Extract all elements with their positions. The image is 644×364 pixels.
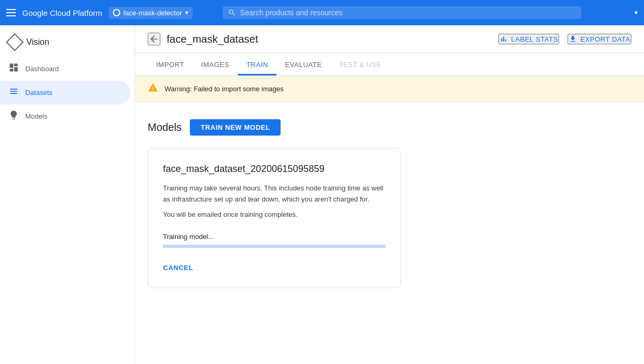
sidebar-item-models-label: Models — [25, 112, 47, 120]
warning-banner: Warning: Failed to import some images — [135, 76, 644, 102]
label-stats-label: LABEL STATS — [511, 35, 558, 43]
model-description: Training may take several hours. This in… — [163, 183, 386, 205]
sidebar-item-dashboard-label: Dashboard — [25, 65, 59, 73]
main-content: face_mask_dataset LABEL STATS EXPORT DAT… — [135, 25, 644, 364]
sidebar-app-header: Vision — [0, 30, 134, 57]
models-icon — [8, 110, 19, 123]
sidebar-item-datasets[interactable]: Datasets — [0, 81, 130, 104]
model-email-note: You will be emailed once training comple… — [163, 209, 386, 221]
datasets-icon — [8, 86, 19, 99]
bar-chart-icon — [499, 35, 508, 43]
brand-logo: Google Cloud Platform — [22, 8, 102, 17]
search-bar[interactable] — [223, 6, 581, 19]
sidebar-app-name: Vision — [26, 37, 49, 47]
top-nav-right: ▾ — [635, 9, 638, 16]
page-title: face_mask_dataset — [167, 33, 492, 45]
tab-images[interactable]: IMAGES — [193, 53, 238, 75]
train-new-model-button[interactable]: TRAIN NEW MODEL — [190, 119, 281, 136]
dashboard-icon — [8, 62, 19, 75]
chevron-down-icon: ▾ — [185, 9, 188, 16]
warning-icon — [148, 82, 158, 95]
search-input[interactable] — [240, 8, 576, 17]
export-data-button[interactable]: EXPORT DATA — [568, 34, 631, 44]
cancel-button[interactable]: CANCEL — [163, 261, 193, 275]
progress-bar-track — [163, 245, 386, 248]
tabs-bar: IMPORT IMAGES TRAIN EVALUATE TEST & USE — [135, 53, 644, 76]
project-selector[interactable]: face-mask-detector ▾ — [109, 7, 193, 19]
page-header: face_mask_dataset LABEL STATS EXPORT DAT… — [135, 25, 644, 53]
progress-bar — [163, 245, 386, 248]
training-status-label: Training model... — [163, 233, 386, 241]
tab-test-use: TEST & USE — [330, 53, 390, 75]
section-title: Models — [148, 121, 181, 133]
search-icon — [228, 8, 236, 17]
label-stats-button[interactable]: LABEL STATS — [498, 34, 559, 44]
sidebar-item-models[interactable]: Models — [0, 104, 130, 128]
sidebar-item-dashboard[interactable]: Dashboard — [0, 57, 130, 81]
menu-icon[interactable] — [6, 9, 16, 16]
vision-logo-icon — [6, 33, 24, 51]
project-icon — [113, 9, 120, 16]
content-area: Models TRAIN NEW MODEL face_mask_dataset… — [135, 102, 644, 305]
top-navigation: Google Cloud Platform face-mask-detector… — [0, 0, 644, 25]
back-button[interactable] — [148, 33, 160, 45]
sidebar-item-datasets-label: Datasets — [25, 89, 52, 97]
tab-evaluate[interactable]: EVALUATE — [276, 53, 330, 75]
export-data-label: EXPORT DATA — [580, 35, 630, 43]
account-chevron-icon[interactable]: ▾ — [635, 9, 638, 16]
model-card: face_mask_dataset_20200615095859 Trainin… — [148, 148, 401, 288]
model-name: face_mask_dataset_20200615095859 — [163, 164, 386, 175]
export-icon — [569, 35, 577, 43]
project-name: face-mask-detector — [123, 9, 182, 17]
section-header: Models TRAIN NEW MODEL — [148, 119, 631, 136]
warning-text: Warning: Failed to import some images — [165, 85, 284, 93]
sidebar: Vision Dashboard Datasets Models — [0, 25, 135, 364]
tab-import[interactable]: IMPORT — [148, 53, 193, 75]
header-actions: LABEL STATS EXPORT DATA — [498, 34, 631, 44]
tab-train[interactable]: TRAIN — [238, 53, 277, 75]
